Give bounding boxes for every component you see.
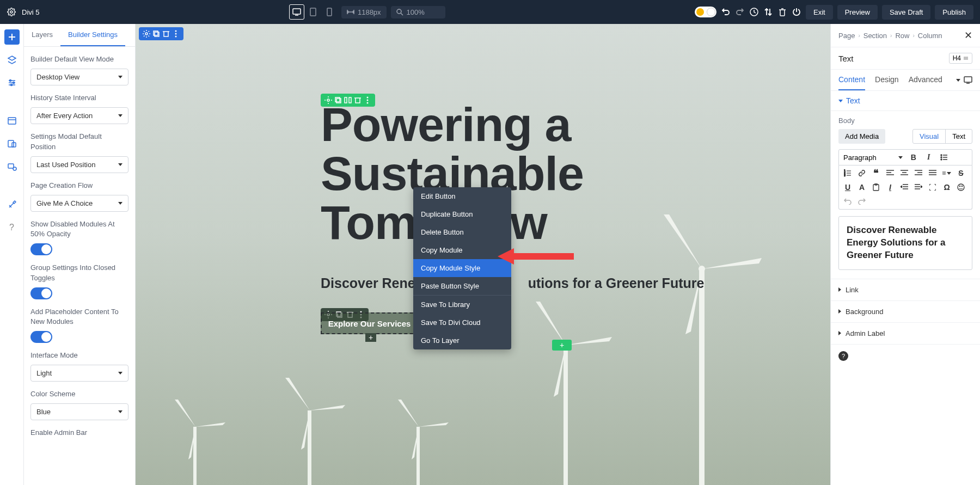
group-toggles-toggle[interactable] xyxy=(30,287,52,299)
preview-button[interactable]: Preview xyxy=(837,5,878,20)
responsive-icon[interactable] xyxy=(4,136,20,151)
gear-icon[interactable] xyxy=(142,29,151,38)
placeholder-toggle[interactable] xyxy=(30,331,52,343)
text-color-icon[interactable]: A xyxy=(857,183,866,192)
interaction-icon[interactable] xyxy=(4,159,20,174)
theme-toggle[interactable] xyxy=(695,7,716,17)
help-icon[interactable]: ? xyxy=(838,351,848,361)
underline-icon[interactable]: U xyxy=(843,183,852,192)
undo-icon[interactable] xyxy=(843,197,852,206)
add-button[interactable] xyxy=(4,29,20,45)
clear-format-icon[interactable]: I xyxy=(886,183,895,192)
bold-icon[interactable]: B xyxy=(909,153,918,162)
view-mode-select[interactable]: Desktop View xyxy=(30,69,128,85)
gear-icon[interactable] xyxy=(7,7,16,17)
breadcrumb-item[interactable]: Column xyxy=(918,32,942,40)
italic-icon[interactable]: I xyxy=(924,153,933,162)
trash-icon[interactable] xyxy=(777,7,787,17)
breadcrumb-item[interactable]: Row xyxy=(895,32,909,40)
tab-builder-settings[interactable]: Builder Settings xyxy=(60,24,125,46)
text-tab[interactable]: Text xyxy=(945,130,972,143)
device-desktop-button[interactable] xyxy=(289,4,304,20)
chevron-down-icon xyxy=(118,410,122,413)
section-toolbar[interactable] xyxy=(139,27,183,40)
add-below-button[interactable]: + xyxy=(365,333,376,342)
visual-tab[interactable]: Visual xyxy=(913,130,945,143)
interface-mode-select[interactable]: Light xyxy=(30,365,128,382)
zoom-field[interactable]: 100% xyxy=(391,6,445,19)
paste-icon[interactable] xyxy=(872,183,880,192)
device-icon[interactable] xyxy=(964,76,972,84)
chevron-down-icon[interactable] xyxy=(956,79,960,82)
hero-subtitle[interactable]: Discover Renewable Energy Solutions for … xyxy=(321,275,704,291)
ctx-copy-module-style[interactable]: Copy Module Style xyxy=(413,259,511,277)
align-center-icon[interactable] xyxy=(900,169,909,177)
table-icon[interactable] xyxy=(942,169,951,177)
power-icon[interactable] xyxy=(792,7,801,17)
ctx-duplicate-button[interactable]: Duplicate Button xyxy=(413,205,511,223)
close-icon[interactable]: ✕ xyxy=(964,29,972,41)
modal-pos-select[interactable]: Last Used Position xyxy=(30,156,128,173)
link-icon[interactable] xyxy=(857,169,866,177)
bullet-list-icon[interactable] xyxy=(940,153,948,162)
outdent-icon[interactable] xyxy=(900,183,909,192)
accordion-link[interactable]: Link xyxy=(831,279,980,301)
canvas[interactable]: Powering a Sustainable Tomorrow Discover… xyxy=(136,24,830,485)
accordion-admin-label[interactable]: Admin Label xyxy=(831,323,980,345)
align-right-icon[interactable] xyxy=(914,169,923,177)
device-phone-button[interactable] xyxy=(322,4,337,20)
device-tablet-button[interactable] xyxy=(305,4,321,20)
heading-level-badge[interactable]: H4 xyxy=(949,53,972,64)
breadcrumb-item[interactable]: Section xyxy=(863,32,887,40)
strikethrough-icon[interactable]: S xyxy=(957,169,965,177)
emoji-icon[interactable] xyxy=(957,183,965,192)
settings-rail-icon[interactable] xyxy=(4,75,20,90)
save-draft-button[interactable]: Save Draft xyxy=(882,5,930,20)
numbered-list-icon[interactable]: 123 xyxy=(843,169,852,177)
tab-advanced[interactable]: Advanced xyxy=(909,70,942,90)
tab-design[interactable]: Design xyxy=(875,70,899,90)
ctx-delete-button[interactable]: Delete Button xyxy=(413,223,511,241)
add-media-button[interactable]: Add Media xyxy=(838,129,885,144)
color-scheme-select[interactable]: Blue xyxy=(30,403,128,420)
ctx-paste-button-style[interactable]: Paste Button Style xyxy=(413,277,511,295)
history-icon[interactable] xyxy=(749,7,759,17)
paragraph-select[interactable]: Paragraph xyxy=(843,154,903,162)
text-toggle[interactable]: Text xyxy=(831,91,980,111)
align-justify-icon[interactable] xyxy=(928,169,937,177)
special-char-icon[interactable]: Ω xyxy=(942,183,951,192)
accordion-background[interactable]: Background xyxy=(831,301,980,323)
layers-icon[interactable] xyxy=(4,52,20,67)
fullscreen-icon[interactable] xyxy=(928,183,937,192)
ctx-save-cloud[interactable]: Save To Divi Cloud xyxy=(413,314,511,331)
more-icon[interactable] xyxy=(171,29,180,38)
align-left-icon[interactable] xyxy=(886,169,895,177)
trash-icon[interactable] xyxy=(162,29,170,38)
quote-icon[interactable]: ❝ xyxy=(872,169,880,177)
tools-icon[interactable] xyxy=(4,197,20,212)
sort-icon[interactable] xyxy=(763,7,773,17)
help-icon[interactable]: ? xyxy=(4,220,20,235)
publish-button[interactable]: Publish xyxy=(935,5,973,20)
duplicate-icon[interactable] xyxy=(152,29,161,38)
redo-icon[interactable] xyxy=(857,197,866,206)
add-row-button[interactable]: + xyxy=(552,340,572,351)
ctx-go-to-layer[interactable]: Go To Layer xyxy=(413,331,511,349)
rte-body-content[interactable]: Discover Renewable Energy Solutions for … xyxy=(838,216,972,270)
redo-icon[interactable] xyxy=(735,7,745,17)
page-flow-select[interactable]: Give Me A Choice xyxy=(30,195,128,212)
exit-button[interactable]: Exit xyxy=(806,5,833,20)
breadcrumb-item[interactable]: Page xyxy=(838,32,855,40)
ctx-edit-button[interactable]: Edit Button xyxy=(413,187,511,205)
ctx-copy-module[interactable]: Copy Module xyxy=(413,241,511,259)
ctx-save-library[interactable]: Save To Library xyxy=(413,296,511,314)
tab-content[interactable]: Content xyxy=(838,70,865,90)
indent-icon[interactable] xyxy=(914,183,923,192)
history-select[interactable]: After Every Action xyxy=(30,107,128,124)
cta-button[interactable]: Explore Our Services › xyxy=(321,312,424,334)
show-disabled-toggle[interactable] xyxy=(30,243,52,255)
tab-layers[interactable]: Layers xyxy=(24,24,60,46)
wireframe-icon[interactable] xyxy=(4,113,20,128)
undo-icon[interactable] xyxy=(721,7,731,17)
canvas-width-field[interactable]: 1188px xyxy=(341,6,387,19)
